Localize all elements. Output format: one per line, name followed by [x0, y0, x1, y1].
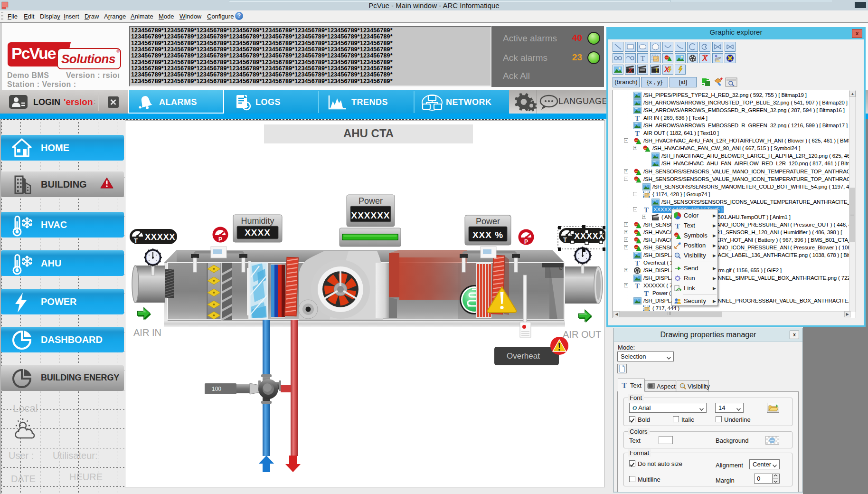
svg-text:T: T	[563, 236, 567, 243]
svg-text:P: P	[218, 236, 222, 243]
svg-text:⚙: ⚙	[558, 266, 563, 271]
svg-text:100: 100	[212, 386, 221, 392]
svg-text:Overheat: Overheat	[507, 352, 540, 361]
svg-text:AIR IN: AIR IN	[133, 327, 161, 338]
svg-text:X: X	[628, 67, 633, 74]
svg-text:!: !	[655, 66, 658, 74]
svg-text:T: T	[134, 237, 138, 244]
svg-text:T: T	[675, 222, 680, 229]
svg-text:T: T	[635, 114, 640, 122]
svg-text:!: !	[640, 268, 642, 274]
svg-text:T: T	[644, 206, 649, 213]
svg-text:Humidity: Humidity	[241, 216, 274, 226]
svg-text:T: T	[635, 259, 640, 266]
svg-text:AIR OUT: AIR OUT	[563, 329, 601, 340]
svg-text:T: T	[641, 55, 645, 62]
svg-text:P: P	[524, 238, 528, 245]
svg-text:Power: Power	[359, 196, 383, 206]
svg-text:T: T	[635, 130, 640, 137]
svg-text:T: T	[644, 290, 649, 297]
svg-text:T: T	[622, 381, 627, 390]
svg-text:XXXXX: XXXXX	[145, 232, 175, 242]
svg-text:XXXX: XXXX	[245, 228, 271, 238]
svg-text:XXX %: XXX %	[472, 230, 503, 240]
svg-text:AHU CTA: AHU CTA	[343, 127, 394, 140]
svg-text:T: T	[635, 282, 640, 289]
svg-text:XXXXXX: XXXXXX	[351, 210, 390, 220]
svg-text:Power: Power	[476, 217, 500, 226]
